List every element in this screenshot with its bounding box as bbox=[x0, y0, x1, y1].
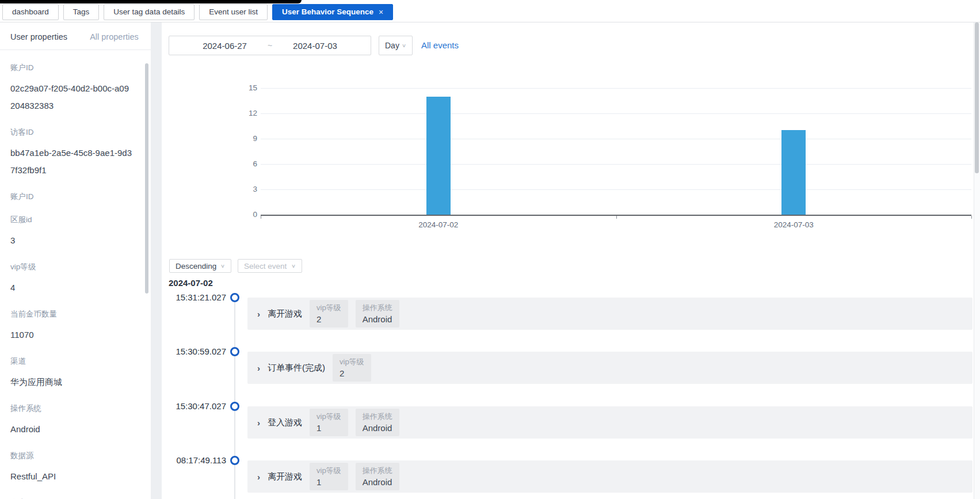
window-top-strip bbox=[0, 0, 302, 3]
sequence-date-header: 2024-07-02 bbox=[169, 278, 213, 288]
event-row[interactable]: ›离开游戏vip等级2操作系统Android bbox=[247, 298, 973, 330]
expand-chevron-icon[interactable]: › bbox=[257, 364, 260, 372]
property-label: 区服id bbox=[10, 215, 140, 225]
sidebar: User properties All properties 账户ID02c29… bbox=[0, 22, 151, 499]
event-property-chip: vip等级1 bbox=[310, 409, 348, 436]
tab-label: User tag data details bbox=[113, 5, 185, 20]
chart-bar[interactable] bbox=[781, 130, 806, 215]
event-property-chip: 操作系统Android bbox=[356, 409, 399, 436]
tab-dashboard[interactable]: dashboard bbox=[2, 4, 59, 20]
chart-bar[interactable] bbox=[426, 97, 451, 215]
sidebar-divider bbox=[0, 49, 151, 50]
main-panel: 2024-06-27 ~ 2024-07-03 Day ∨ All events… bbox=[162, 22, 974, 499]
property-group: 账户ID02c29a07-f205-40d2-b00c-a09204832383 bbox=[10, 63, 140, 115]
expand-chevron-icon[interactable]: › bbox=[257, 473, 260, 481]
chart-gridline bbox=[261, 164, 971, 165]
tab-list: dashboardTagsUser tag data detailsEvent … bbox=[2, 4, 393, 20]
chip-label: vip等级 bbox=[340, 357, 364, 367]
chart-x-tick bbox=[261, 216, 261, 219]
chip-label: 操作系统 bbox=[363, 466, 392, 476]
chip-value: Android bbox=[363, 314, 392, 324]
chevron-down-icon: ∨ bbox=[291, 263, 296, 269]
chip-label: vip等级 bbox=[317, 303, 341, 313]
tab-label: dashboard bbox=[12, 5, 49, 20]
tab-tags[interactable]: Tags bbox=[63, 4, 100, 20]
property-group: 渠道华为应用商城 bbox=[10, 356, 140, 391]
date-end[interactable]: 2024-07-03 bbox=[293, 41, 337, 51]
chart-xtick-label: 2024-07-03 bbox=[753, 220, 834, 229]
property-label: 数据源 bbox=[10, 451, 140, 461]
timeline-marker bbox=[230, 347, 239, 356]
event-row[interactable]: ›订单事件(完成)vip等级2 bbox=[247, 352, 973, 384]
all-events-link[interactable]: All events bbox=[421, 40, 459, 50]
page-scrollbar-thumb[interactable] bbox=[975, 22, 979, 173]
chart-gridline bbox=[261, 189, 971, 190]
sort-order-select[interactable]: Descending ∨ bbox=[169, 259, 231, 273]
chip-value: Android bbox=[363, 477, 392, 487]
event-row[interactable]: ›登入游戏vip等级1操作系统Android bbox=[247, 406, 973, 439]
sort-order-value: Descending bbox=[176, 262, 216, 271]
date-separator: ~ bbox=[268, 41, 272, 50]
event-filter-placeholder: Select event bbox=[244, 262, 287, 271]
chart-gridline bbox=[261, 88, 971, 89]
chart-ytick-label: 12 bbox=[234, 109, 257, 117]
property-group: vip等级4 bbox=[10, 262, 140, 296]
event-name: 登入游戏 bbox=[268, 417, 302, 428]
event-name: 订单事件(完成) bbox=[268, 363, 325, 374]
chip-label: 操作系统 bbox=[363, 412, 392, 422]
tab-label: Event user list bbox=[209, 5, 258, 20]
expand-chevron-icon[interactable]: › bbox=[257, 310, 260, 318]
tab-event-user-list[interactable]: Event user list bbox=[199, 4, 268, 20]
chart-ytick-label: 0 bbox=[234, 210, 257, 219]
event-time: 15:30:59.027 bbox=[162, 346, 226, 356]
property-list: 账户ID02c29a07-f205-40d2-b00c-a09204832383… bbox=[0, 63, 151, 499]
property-group: 区服id3 bbox=[10, 215, 140, 249]
date-start[interactable]: 2024-06-27 bbox=[203, 41, 247, 51]
property-group: 操作系统Android bbox=[10, 403, 140, 438]
property-label: 当前金币数量 bbox=[10, 309, 140, 319]
property-label: 操作系统 bbox=[10, 403, 140, 414]
sidebar-scrollbar-thumb[interactable] bbox=[145, 63, 148, 294]
chart-x-tick bbox=[616, 216, 617, 219]
property-value: bb47a1eb-2a5e-45c8-9ae1-9d37f32fb9f1 bbox=[10, 144, 132, 179]
chip-value: Android bbox=[363, 423, 392, 433]
granularity-select[interactable]: Day ∨ bbox=[379, 36, 413, 55]
tab-label: User Behavior Sequence bbox=[282, 5, 373, 20]
timeline-marker bbox=[230, 456, 239, 465]
timeline-marker bbox=[230, 402, 239, 411]
event-property-chip: vip等级2 bbox=[310, 300, 348, 327]
chevron-down-icon: ∨ bbox=[220, 263, 225, 269]
chip-value: 2 bbox=[317, 314, 341, 324]
sidebar-tab-user-properties[interactable]: User properties bbox=[10, 32, 67, 41]
chip-label: vip等级 bbox=[317, 466, 341, 476]
property-group: 当前金币数量11070 bbox=[10, 309, 140, 344]
sidebar-tab-all-properties[interactable]: All properties bbox=[90, 32, 139, 41]
tab-user-tag-data-details[interactable]: User tag data details bbox=[104, 4, 195, 20]
property-value: Android bbox=[10, 421, 132, 438]
chart-ytick-label: 15 bbox=[234, 83, 257, 92]
chart-x-tick bbox=[971, 216, 972, 219]
date-range-picker[interactable]: 2024-06-27 ~ 2024-07-03 bbox=[169, 36, 371, 55]
chart-ytick-label: 6 bbox=[234, 159, 257, 168]
event-property-chip: 操作系统Android bbox=[356, 463, 399, 490]
property-value: 02c29a07-f205-40d2-b00c-a09204832383 bbox=[10, 80, 132, 115]
chart-gridline bbox=[261, 113, 971, 114]
property-value: Restful_API bbox=[10, 468, 132, 485]
chip-value: 2 bbox=[340, 368, 364, 378]
event-filter-select[interactable]: Select event ∨ bbox=[238, 259, 302, 273]
tab-user-behavior-sequence[interactable]: User Behavior Sequence× bbox=[272, 4, 393, 20]
property-value: 3 bbox=[10, 232, 132, 249]
chart-xtick-label: 2024-07-02 bbox=[398, 220, 479, 229]
property-label: 账户ID bbox=[10, 192, 140, 202]
property-label: 渠道 bbox=[10, 356, 140, 367]
close-icon[interactable]: × bbox=[379, 5, 383, 20]
property-value: 4 bbox=[10, 279, 132, 296]
property-label: vip等级 bbox=[10, 262, 140, 272]
chip-label: 操作系统 bbox=[363, 303, 392, 313]
chip-value: 1 bbox=[317, 423, 341, 433]
event-name: 离开游戏 bbox=[268, 471, 302, 482]
expand-chevron-icon[interactable]: › bbox=[257, 418, 260, 427]
event-row[interactable]: ›离开游戏vip等级1操作系统Android bbox=[247, 460, 973, 493]
event-property-chip: vip等级1 bbox=[310, 463, 348, 490]
property-group: 账户ID bbox=[10, 192, 140, 202]
